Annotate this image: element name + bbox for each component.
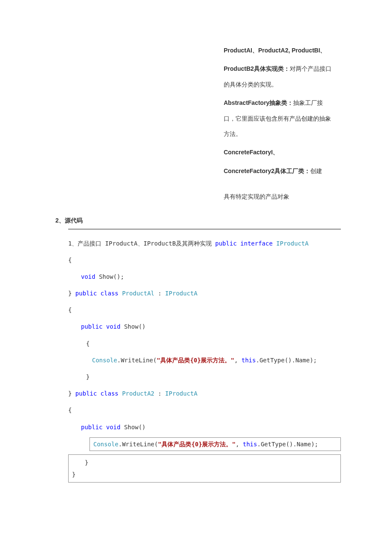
divider <box>68 229 341 229</box>
string-literal: "具体产品类{0}展示方法。" <box>157 357 234 364</box>
code-text: Show() <box>121 424 146 431</box>
code-text: } <box>68 390 75 397</box>
def-bold-2: ProductB2具体实现类： <box>224 65 290 72</box>
code-text: } <box>68 290 75 297</box>
code-line-close1: } <box>72 457 337 468</box>
kw-this: this <box>243 441 257 448</box>
code-line-2: { <box>68 252 341 269</box>
kw-public: public <box>81 323 103 330</box>
def-text-5: 创建 <box>310 168 322 174</box>
type-console: Console <box>92 357 117 364</box>
type-name: IProductA <box>165 390 198 397</box>
type-console: Console <box>93 441 118 448</box>
code-text: Show(); <box>95 273 124 280</box>
code-line-5: { <box>68 302 341 318</box>
def-concrete-1: ConcreteFactoryI、 <box>224 145 334 160</box>
code-line-3: void Show(); <box>68 269 341 285</box>
code-text: 1、产品接口 IProductA、IProductB及其两种实现 <box>68 240 215 247</box>
kw-void: void <box>81 273 95 280</box>
type-name: ProductAl <box>118 290 154 297</box>
def-concrete-2: ConcreteFactory2具体工厂类：创建 <box>224 163 334 179</box>
code-line-1: 1、产品接口 IProductA、IProductB及其两种实现 public … <box>68 235 341 252</box>
def-bold-3: AbstractFactory抽象类： <box>224 99 293 106</box>
code-text: .GetType().Name); <box>257 441 318 448</box>
code-line-close2: } <box>72 468 337 480</box>
kw-public: public <box>215 240 237 247</box>
code-line-7: { <box>68 335 341 352</box>
def-bold-4: ConcreteFactoryI、 <box>224 149 279 156</box>
string-literal: "具体产品类{0}展示方法。" <box>158 441 236 448</box>
type-name: IProductA <box>273 240 308 247</box>
code-text: , <box>236 441 243 448</box>
code-text: : <box>154 390 165 397</box>
def-bold-5: ConcreteFactory2具体工厂类： <box>224 168 310 174</box>
kw-class: class <box>97 290 118 297</box>
kw-class: class <box>97 390 118 397</box>
code-text: : <box>154 290 165 297</box>
code-line-10: } public class ProductA2 : IProductA <box>68 385 341 402</box>
page-container: ProductAI、ProductA2, ProductBI、 ProductB… <box>0 0 392 508</box>
code-line-9: } <box>68 369 341 385</box>
kw-interface: interface <box>237 240 273 247</box>
type-name: ProductA2 <box>118 390 154 397</box>
code-text: .WriteLine( <box>118 441 158 448</box>
def-bold-1: ProductAI、ProductA2, ProductBI、 <box>224 47 326 54</box>
kw-public: public <box>75 390 97 397</box>
def-abstract-factory: AbstractFactory抽象类：抽象工厂接口，它里面应该包含所有产品创建的… <box>224 95 334 142</box>
code-text: , <box>234 357 242 364</box>
code-line-12: public void Show() <box>68 419 341 436</box>
right-definitions: ProductAI、ProductA2, ProductBI、 ProductB… <box>224 43 334 205</box>
code-block: 1、产品接口 IProductA、IProductB及其两种实现 public … <box>68 235 341 483</box>
boxed-code-1: Console.WriteLine("具体产品类{0}展示方法。", this.… <box>89 437 341 451</box>
kw-this: this <box>242 357 256 364</box>
def-product-impl-2: ProductB2具体实现类：对两个产品接口的具体分类的实现。 <box>224 61 334 92</box>
code-line-11: { <box>68 402 341 419</box>
type-name: IProductA <box>165 290 198 297</box>
kw-void: void <box>103 424 121 431</box>
kw-void: void <box>103 323 121 330</box>
code-text: .GetType().Name); <box>256 357 317 364</box>
kw-public: public <box>81 424 103 431</box>
boxed-code-2: } } <box>68 454 341 483</box>
code-line-6: public void Show() <box>68 318 341 335</box>
code-line-4: } public class ProductAl : IProductA <box>68 285 341 302</box>
code-text: .WriteLine( <box>117 357 157 364</box>
def-product-impl: ProductAI、ProductA2, ProductBI、 <box>224 43 334 58</box>
section-heading: 2、源代码 <box>55 217 341 225</box>
def-summary: 具有特定实现的产品对象 <box>224 189 334 205</box>
kw-public: public <box>75 290 97 297</box>
code-text: Show() <box>121 323 146 330</box>
code-line-8: Console.WriteLine("具体产品类{0}展示方法。", this.… <box>68 352 341 369</box>
